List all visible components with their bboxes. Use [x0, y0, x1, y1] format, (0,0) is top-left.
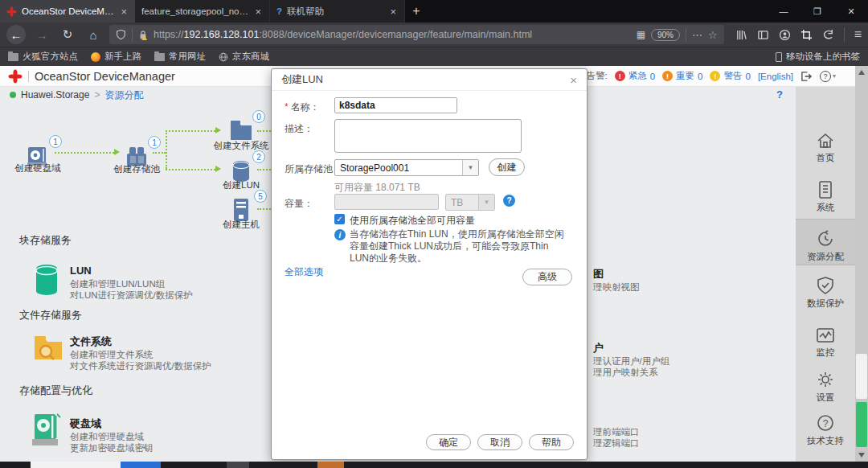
use-all-capacity-checkbox[interactable]: ✓ — [334, 214, 345, 224]
flow-node-label[interactable]: 创建文件系统 — [205, 140, 277, 152]
lun-card-title[interactable]: LUN — [70, 265, 92, 277]
tracking-shield-icon[interactable] — [116, 29, 126, 40]
send-to-device-icon[interactable] — [822, 29, 834, 41]
taskbar-item[interactable] — [31, 462, 121, 468]
chevron-down-icon[interactable]: ▼ — [462, 160, 478, 175]
sidebar-item-settings[interactable]: 设置 — [796, 370, 855, 404]
screenshot-icon[interactable] — [800, 29, 813, 41]
sidebar-item-monitor[interactable]: 监控 — [796, 326, 855, 359]
flow-connector — [166, 169, 215, 170]
cancel-button[interactable]: 取消 — [477, 434, 522, 450]
bookmark-getting-started[interactable]: 新手上路 — [91, 51, 141, 63]
capacity-help-icon[interactable]: ? — [503, 195, 515, 207]
count-badge: 1 — [49, 135, 62, 148]
pool-select-value: StoragePool001 — [335, 162, 462, 174]
scroll-down-arrow[interactable] — [858, 453, 865, 458]
bookmark-label: 火狐官方站点 — [23, 51, 78, 63]
screen: OceanStor DeviceManager × feature_storag… — [0, 0, 868, 468]
tab-label: feature_storagepool_normal.png — [141, 6, 248, 16]
minimize-button[interactable]: — — [767, 0, 800, 23]
chevron-down-icon: ▼ — [478, 195, 494, 210]
filesystem-card-icon[interactable] — [32, 332, 64, 365]
sidebar-item-support[interactable]: ? 技术支持 — [796, 413, 855, 447]
create-pool-button[interactable]: 创建 — [489, 158, 525, 176]
flow-node-label[interactable]: 创建存储池 — [100, 163, 173, 175]
language-switch[interactable]: [English] — [758, 72, 793, 81]
bookmark-firefox-official[interactable]: 火狐官方站点 — [8, 51, 78, 63]
disk-domain-card-icon[interactable] — [30, 413, 63, 450]
tab-close-icon[interactable]: × — [119, 6, 129, 18]
bookmark-star-icon[interactable]: ☆ — [708, 29, 718, 41]
tab-devicemanager[interactable]: OceanStor DeviceManager × — [0, 0, 135, 23]
home-button[interactable]: ⌂ — [84, 25, 103, 44]
disk-domain-card-title[interactable]: 硬盘域 — [70, 417, 101, 431]
logout-icon[interactable] — [800, 71, 813, 82]
capacity-unit-select[interactable]: TB ▼ — [445, 194, 495, 211]
sidebar-item-system[interactable]: 系统 — [796, 180, 855, 214]
scrollbar-thumb[interactable] — [856, 354, 867, 399]
new-tab-button[interactable]: + — [405, 0, 428, 23]
tab-close-icon[interactable]: × — [253, 6, 263, 18]
bookmark-common-sites[interactable]: 常用网址 — [154, 51, 206, 63]
flow-arrowhead — [114, 149, 120, 155]
capacity-input[interactable] — [334, 194, 439, 210]
sidebar-toggle-icon[interactable] — [757, 29, 769, 41]
breadcrumb-page[interactable]: 资源分配 — [104, 88, 143, 102]
advanced-button[interactable]: 高级 — [522, 269, 572, 285]
zoom-level-badge[interactable]: 90% — [651, 29, 680, 41]
taskbar-item[interactable] — [121, 462, 161, 468]
sidebar-item-allocation[interactable]: 资源分配 — [796, 219, 855, 265]
pool-select[interactable]: StoragePool001 ▼ — [334, 159, 479, 176]
alarm-warning[interactable]: !警告0 — [710, 70, 750, 82]
flow-node-label[interactable]: 创建硬盘域 — [2, 162, 74, 174]
sidebar-item-protection[interactable]: 数据保护 — [796, 276, 855, 310]
dialog-close-icon[interactable]: × — [570, 73, 577, 87]
device-name[interactable]: Huawei.Storage — [21, 89, 89, 101]
forward-button[interactable]: → — [32, 25, 51, 44]
bookmark-jd[interactable]: 京东商城 — [219, 51, 269, 63]
restore-button[interactable]: ❐ — [800, 0, 834, 23]
tab-online-help[interactable]: ? 联机帮助 × — [270, 0, 405, 23]
help-menu[interactable]: ?▾ — [820, 71, 836, 82]
sidebar-item-home[interactable]: 首页 — [796, 132, 855, 164]
name-input[interactable] — [334, 97, 457, 113]
qr-code-icon[interactable]: ▦ — [637, 29, 645, 40]
description-textarea[interactable] — [334, 119, 522, 153]
use-all-capacity-label[interactable]: 使用所属存储池全部可用容量 — [350, 214, 475, 228]
library-icon[interactable] — [735, 29, 747, 41]
lun-card-icon[interactable] — [32, 263, 61, 299]
alarm-major[interactable]: !重要0 — [662, 70, 702, 82]
url-text[interactable]: https://192.168.128.101:8088/deviceManag… — [154, 29, 631, 40]
vertical-scrollbar[interactable] — [855, 66, 868, 462]
tab-storagepool-image[interactable]: feature_storagepool_normal.png × — [135, 0, 270, 23]
taskbar-item[interactable] — [227, 462, 249, 468]
bookmark-label: 常用网址 — [169, 51, 206, 63]
ok-button[interactable]: 确定 — [426, 434, 471, 450]
all-options-link[interactable]: 全部选项 — [285, 265, 323, 279]
url-bar[interactable]: https://192.168.128.101:8088/deviceManag… — [109, 25, 724, 44]
close-button[interactable]: ✕ — [834, 0, 868, 23]
help-icon: ? — [820, 71, 831, 82]
page-actions-icon[interactable]: ⋯ — [692, 29, 702, 41]
name-label: *名称： — [285, 101, 320, 114]
alarm-count: 0 — [745, 72, 750, 81]
mobile-bookmarks[interactable]: 移动设备上的书签 — [776, 51, 860, 63]
sidebar-label: 首页 — [817, 153, 835, 162]
tab-close-icon[interactable]: × — [388, 6, 398, 18]
page-help-link[interactable]: ? — [776, 88, 783, 101]
lock-warning-icon[interactable] — [138, 30, 148, 40]
back-button[interactable]: ← — [6, 25, 26, 44]
flow-node-label[interactable]: 创建主机 — [205, 219, 277, 231]
fragment-mapping-title: 图 — [593, 267, 604, 281]
menu-icon[interactable]: ≡ — [854, 27, 862, 42]
filesystem-card-title[interactable]: 文件系统 — [70, 335, 112, 349]
scroll-up-arrow[interactable] — [858, 70, 865, 75]
taskbar-item[interactable] — [317, 462, 344, 468]
account-icon[interactable] — [779, 29, 791, 41]
divider — [132, 28, 133, 41]
flow-node-label[interactable]: 创建LUN — [205, 179, 277, 191]
fragment-mapping-line: 理映射视图 — [593, 281, 640, 294]
help-button[interactable]: 帮助 — [529, 434, 574, 450]
alarm-critical[interactable]: !紧急0 — [615, 70, 655, 82]
reload-button[interactable]: ↻ — [58, 25, 77, 44]
